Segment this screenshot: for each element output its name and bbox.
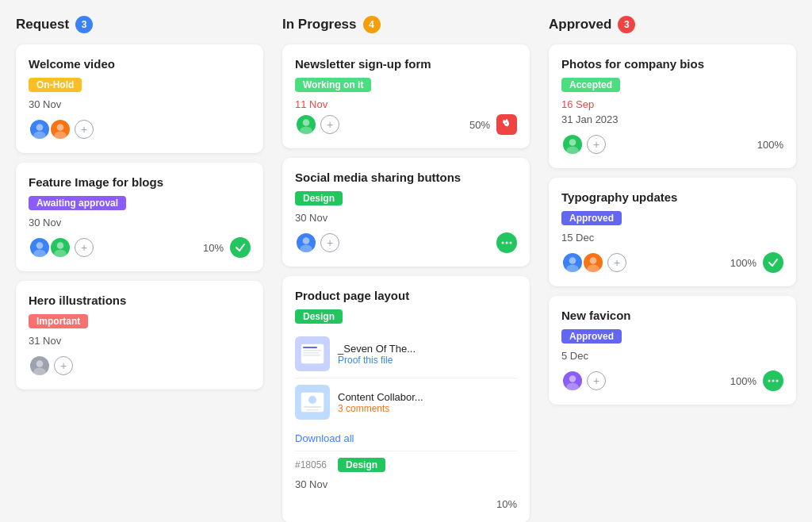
card-card-product: Product page layoutDesign_Seven Of The..… (282, 276, 530, 522)
svg-point-2 (57, 124, 64, 131)
card-card-feature: Feature Image for blogsAwaiting approval… (16, 163, 263, 271)
card-date-secondary: 31 Jan 2023 (561, 113, 783, 125)
column-request: Request3Welcome videoOn-Hold30 Nov+Featu… (16, 16, 263, 522)
card-tag: Design (295, 191, 343, 205)
card-footer: 10% (295, 498, 517, 510)
svg-point-6 (57, 242, 64, 249)
add-assignee-button[interactable]: + (587, 371, 606, 390)
card-date: 30 Nov (29, 217, 251, 228)
column-approved: Approved3Photos for company biosAccepted… (549, 16, 796, 522)
avatar (29, 236, 51, 259)
proof-file-name: Content Collabor... (338, 391, 423, 403)
options-icon[interactable] (763, 370, 783, 391)
card-percent: 100% (730, 375, 756, 387)
card-title: Welcome video (29, 57, 251, 71)
card-footer-right: 10% (203, 237, 251, 258)
card-card-favicon: New faviconApproved5 Dec+100% (549, 296, 796, 405)
card-date-overdue: 11 Nov (295, 98, 517, 110)
proof-section: _Seven Of The...Proof this fileContent C… (295, 330, 517, 426)
svg-point-30 (590, 257, 597, 264)
card-percent: 100% (757, 139, 783, 151)
card-percent: 10% (496, 498, 517, 510)
add-assignee-button[interactable]: + (75, 238, 94, 257)
svg-point-11 (300, 127, 312, 135)
proof-item: Content Collabor...3 comments (295, 378, 517, 426)
card-footer: +50% (295, 113, 517, 136)
svg-rect-21 (303, 355, 320, 356)
card-percent: 10% (203, 242, 224, 254)
column-label-request: Request (16, 17, 69, 33)
download-all-link[interactable]: Download all (295, 432, 517, 444)
card-card-typography: Typography updatesApproved15 Dec+100% (549, 178, 796, 286)
avatar (29, 118, 51, 140)
svg-point-1 (33, 132, 45, 140)
add-assignee-button[interactable]: + (320, 115, 339, 134)
avatar (561, 133, 584, 155)
card-tag: Awaiting approval (29, 196, 126, 210)
column-badge-approved: 3 (618, 16, 635, 33)
card-date-overdue: 16 Sep (561, 98, 783, 110)
svg-point-27 (566, 147, 578, 155)
avatar (49, 236, 71, 259)
card-card-social: Social media sharing buttonsDesign30 Nov… (282, 158, 530, 267)
avatar-group: + (561, 133, 606, 155)
column-label-approved: Approved (549, 17, 611, 33)
svg-point-16 (510, 242, 512, 244)
svg-point-34 (768, 380, 771, 382)
avatar (295, 113, 317, 136)
proof-file-name: _Seven Of The... (338, 343, 416, 355)
svg-point-7 (54, 250, 66, 258)
add-assignee-button[interactable]: + (607, 253, 626, 272)
column-label-inprogress: In Progress (282, 17, 357, 33)
card-title: Newsletter sign-up form (295, 57, 517, 71)
svg-rect-19 (303, 350, 322, 351)
priority-icon (496, 114, 517, 135)
card-title: Product page layout (295, 289, 517, 302)
check-icon (763, 252, 783, 273)
svg-point-15 (506, 242, 508, 244)
options-icon[interactable] (496, 232, 517, 253)
card-tag-secondary: Design (338, 458, 385, 472)
svg-point-8 (36, 360, 44, 367)
card-title: Photos for company bios (561, 57, 783, 71)
svg-point-28 (569, 257, 576, 264)
column-inprogress: In Progress4Newsletter sign-up formWorki… (282, 16, 530, 522)
svg-point-26 (569, 139, 576, 146)
svg-point-35 (772, 380, 775, 382)
card-footer: +100% (561, 370, 783, 392)
svg-rect-17 (301, 344, 324, 364)
card-footer-right: 100% (730, 252, 783, 273)
svg-point-31 (587, 265, 599, 273)
add-assignee-button[interactable]: + (320, 233, 339, 252)
card-card-hero: Hero illustrationsImportant31 Nov+ (16, 281, 263, 390)
svg-point-0 (36, 124, 44, 131)
svg-point-36 (776, 380, 779, 382)
card-date: 15 Dec (561, 232, 783, 244)
card-date: 30 Nov (29, 98, 251, 110)
check-icon (230, 237, 251, 258)
add-assignee-button[interactable]: + (75, 120, 94, 139)
card-id-label: #18056 (295, 459, 327, 470)
card-card-photos: Photos for company biosAccepted16 Sep31 … (549, 44, 796, 168)
proof-this-file-link[interactable]: Proof this file (338, 355, 416, 366)
add-assignee-button[interactable]: + (54, 356, 73, 375)
card-date: 30 Nov (295, 212, 517, 224)
card-tag: Approved (561, 211, 622, 225)
card-footer: + (29, 355, 251, 377)
column-header-approved: Approved3 (549, 16, 796, 33)
proof-comments-link[interactable]: 3 comments (338, 403, 423, 414)
svg-rect-18 (303, 347, 317, 348)
avatar (561, 251, 584, 274)
kanban-board: Request3Welcome videoOn-Hold30 Nov+Featu… (16, 16, 796, 522)
svg-point-5 (33, 250, 45, 258)
card-footer-right: 100% (757, 139, 783, 151)
add-assignee-button[interactable]: + (587, 135, 606, 154)
svg-point-29 (566, 265, 578, 273)
card-title: New favicon (561, 309, 783, 322)
card-title: Social media sharing buttons (295, 171, 517, 184)
column-header-inprogress: In Progress4 (282, 16, 530, 33)
avatar-group: + (29, 118, 94, 140)
card-footer-right: 50% (469, 114, 517, 135)
proof-thumbnail (295, 385, 330, 420)
column-badge-inprogress: 4 (363, 16, 381, 33)
